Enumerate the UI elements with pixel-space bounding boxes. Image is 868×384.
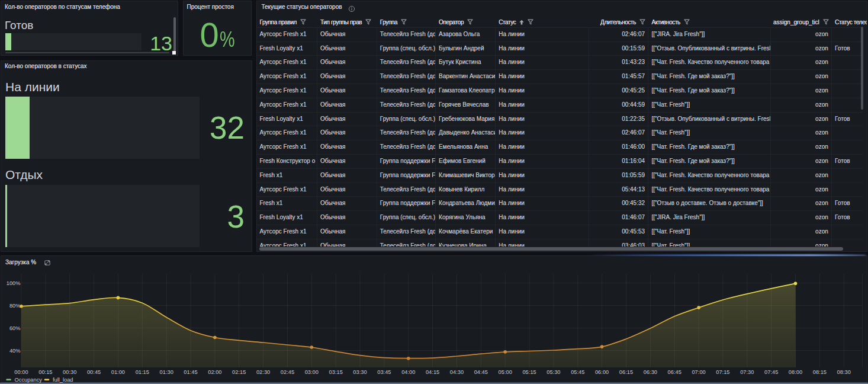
svg-text:80%: 80% [9,302,21,308]
svg-text:00:00: 00:00 [14,369,28,375]
svg-text:full_load: full_load [53,376,73,382]
svg-text:02:30: 02:30 [256,369,270,375]
svg-text:02:15: 02:15 [232,369,246,375]
svg-text:01:45: 01:45 [184,369,197,375]
svg-text:05:30: 05:30 [546,369,560,375]
svg-text:00:30: 00:30 [63,369,76,375]
svg-text:05:45: 05:45 [571,369,584,375]
svg-text:03:45: 03:45 [377,369,391,375]
svg-text:06:15: 06:15 [619,369,633,375]
svg-text:08:00: 08:00 [789,369,802,375]
svg-text:08:30: 08:30 [837,369,851,375]
svg-text:60%: 60% [9,325,21,331]
svg-text:02:00: 02:00 [208,369,221,375]
svg-text:05:15: 05:15 [522,369,536,375]
svg-text:07:00: 07:00 [692,369,705,375]
svg-text:02:45: 02:45 [281,369,294,375]
svg-text:Occupancy: Occupancy [15,376,43,382]
svg-text:00:15: 00:15 [38,369,52,375]
svg-text:03:00: 03:00 [305,369,319,375]
svg-text:03:30: 03:30 [353,369,367,375]
svg-text:40%: 40% [9,347,21,353]
svg-text:01:30: 01:30 [160,369,173,375]
svg-text:07:15: 07:15 [716,369,729,375]
svg-text:06:30: 06:30 [644,369,657,375]
svg-text:100%: 100% [7,280,21,286]
svg-text:01:15: 01:15 [136,369,149,375]
svg-text:04:30: 04:30 [450,369,464,375]
svg-text:05:00: 05:00 [499,369,512,375]
svg-text:04:15: 04:15 [426,369,439,375]
svg-text:01:00: 01:00 [111,369,125,375]
svg-text:07:30: 07:30 [740,369,754,375]
svg-text:03:15: 03:15 [329,369,343,375]
svg-text:07:45: 07:45 [764,369,778,375]
svg-text:04:00: 04:00 [401,369,415,375]
svg-text:00:45: 00:45 [87,369,101,375]
svg-text:08:15: 08:15 [813,369,827,375]
svg-text:06:00: 06:00 [595,369,609,375]
svg-text:04:45: 04:45 [474,369,488,375]
svg-text:06:45: 06:45 [668,369,681,375]
